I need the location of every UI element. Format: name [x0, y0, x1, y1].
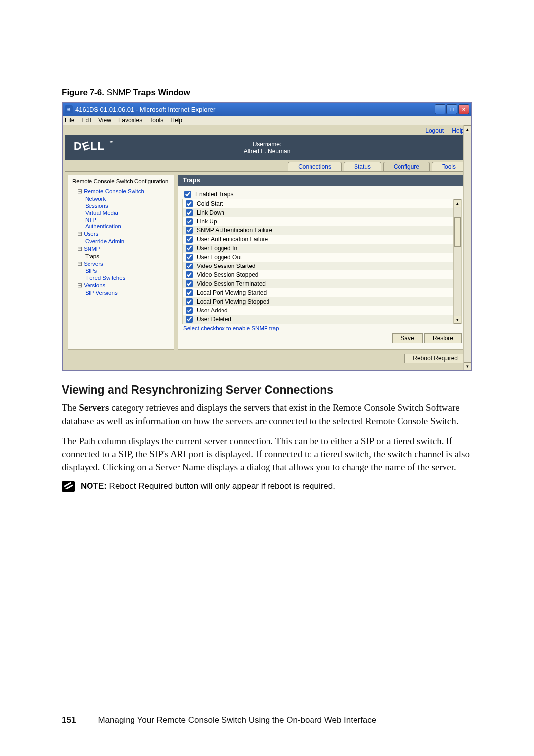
scroll-down-button[interactable]: ▾	[454, 316, 461, 324]
figure-caption: Figure 7-6. SNMP Traps Window	[62, 88, 472, 98]
sidebar-item-servers[interactable]: ⊟ Servers	[72, 260, 171, 267]
sidebar-item-sips[interactable]: SIPs	[72, 267, 171, 274]
sidebar-item-rcs[interactable]: ⊟ Remote Console Switch	[72, 187, 171, 195]
trap-checkbox[interactable]	[186, 316, 193, 323]
minimize-button[interactable]: _	[435, 104, 445, 114]
menu-tools[interactable]: Tools	[149, 117, 163, 124]
sidebar-item-override[interactable]: Override Admin	[72, 238, 171, 245]
banner: D E LL ™ Username: Alfred E. Neuman	[65, 135, 469, 160]
window-title: 4161DS 01.01.06.01 - Microsoft Internet …	[75, 106, 435, 113]
trap-row: User Deleted	[183, 315, 453, 324]
svg-text:™: ™	[109, 140, 114, 145]
trap-checkbox[interactable]	[186, 218, 193, 225]
note: NOTE: Reboot Required button will only a…	[62, 481, 472, 492]
save-button[interactable]: Save	[392, 333, 422, 343]
trap-label: SNMP Authentication Failure	[197, 227, 272, 234]
trap-label: Video Session Terminated	[197, 280, 266, 287]
figure-suffix: Traps Window	[134, 88, 190, 97]
menu-view[interactable]: View	[98, 117, 111, 124]
trap-row: User Added	[183, 306, 453, 315]
trap-row: SNMP Authentication Failure	[183, 226, 453, 235]
trap-checkbox[interactable]	[186, 263, 193, 269]
trap-checkbox[interactable]	[186, 209, 193, 216]
reboot-required-button[interactable]: Reboot Required	[404, 354, 466, 363]
trap-checkbox[interactable]	[186, 307, 193, 314]
chapter-title: Managing Your Remote Console Switch Usin…	[98, 715, 376, 725]
trap-label: Link Down	[197, 209, 224, 216]
paragraph-1: The Servers category retrieves and displ…	[62, 401, 472, 428]
page-content: Logout Help D E LL ™ Username: Alfred E.…	[63, 125, 471, 370]
tab-status[interactable]: Status	[344, 162, 381, 171]
restore-button[interactable]: Restore	[424, 333, 462, 343]
trap-checkbox[interactable]	[186, 271, 193, 278]
trap-row: User Logged Out	[183, 253, 453, 262]
hint-text: Select checkbox to enable SNMP trap	[182, 324, 462, 331]
outer-scroll-up[interactable]: ▴	[464, 125, 471, 133]
footer-separator	[87, 715, 87, 725]
trap-row: Link Down	[183, 208, 453, 217]
trap-checkbox[interactable]	[186, 245, 193, 252]
trap-row: Video Session Started	[183, 262, 453, 270]
sidebar: Remote Console Switch Configuration ⊟ Re…	[68, 175, 174, 350]
menu-favorites[interactable]: Favorites	[118, 117, 142, 124]
outer-scrollbar[interactable]: ▴ ▾	[463, 125, 471, 370]
trap-label: User Added	[197, 307, 228, 314]
trap-checkbox[interactable]	[186, 254, 193, 261]
trap-checkbox[interactable]	[186, 227, 193, 234]
menu-edit[interactable]: Edit	[81, 117, 91, 124]
section-heading: Viewing and Resynchronizing Server Conne…	[62, 383, 472, 397]
page-number: 151	[62, 715, 76, 725]
outer-scroll-down[interactable]: ▾	[464, 362, 471, 370]
sidebar-item-vmedia[interactable]: Virtual Media	[72, 209, 171, 216]
column-header-enabled-traps: Enabled Traps	[195, 191, 233, 198]
logout-link[interactable]: Logout	[425, 127, 444, 134]
help-link[interactable]: Help	[452, 127, 464, 134]
menu-file[interactable]: File	[65, 117, 74, 124]
sidebar-item-snmp[interactable]: ⊟ SNMP	[72, 245, 171, 253]
trap-checkbox[interactable]	[186, 236, 193, 243]
paragraph-2: The Path column displays the current ser…	[62, 435, 472, 474]
note-body: Reboot Required button will only appear …	[107, 481, 335, 490]
trap-label: Local Port Viewing Stopped	[197, 298, 269, 305]
trap-checkbox[interactable]	[186, 298, 193, 305]
trap-row: User Logged In	[183, 244, 453, 253]
trap-label: User Deleted	[197, 316, 231, 323]
tab-configure[interactable]: Configure	[383, 162, 430, 171]
trap-label: Link Up	[197, 218, 217, 225]
content-pane: Traps Enabled Traps Cold StartLink DownL…	[178, 175, 466, 350]
trap-checkbox[interactable]	[186, 280, 193, 287]
note-icon	[62, 481, 75, 492]
trap-label: User Logged Out	[197, 254, 242, 261]
maximize-button[interactable]: □	[446, 104, 457, 114]
sidebar-item-traps[interactable]: Traps	[72, 253, 171, 260]
sidebar-title: Remote Console Switch Configuration	[72, 178, 171, 185]
sidebar-item-network[interactable]: Network	[72, 195, 171, 202]
sidebar-item-ntp[interactable]: NTP	[72, 216, 171, 223]
pane-title: Traps	[178, 175, 466, 186]
trap-label: Local Port Viewing Started	[197, 289, 267, 296]
note-text: NOTE: Reboot Required button will only a…	[81, 481, 335, 491]
sidebar-item-sipver[interactable]: SIP Versions	[72, 289, 171, 296]
trap-checkbox[interactable]	[186, 289, 193, 296]
sidebar-item-versions[interactable]: ⊟ Versions	[72, 281, 171, 289]
scroll-thumb[interactable]	[454, 217, 461, 247]
scrollbar[interactable]: ▴ ▾	[453, 199, 461, 324]
tab-tools[interactable]: Tools	[432, 162, 466, 171]
main-area: Remote Console Switch Configuration ⊟ Re…	[65, 172, 469, 353]
close-button[interactable]: ×	[458, 104, 469, 114]
trap-checkbox[interactable]	[186, 200, 193, 207]
figure-name: SNMP	[107, 88, 131, 97]
sidebar-item-auth[interactable]: Authentication	[72, 223, 171, 230]
note-label: NOTE:	[81, 481, 107, 490]
tab-connections[interactable]: Connections	[288, 162, 342, 171]
trap-row: Video Session Terminated	[183, 279, 453, 288]
menu-help[interactable]: Help	[170, 117, 182, 124]
svg-text:LL: LL	[90, 140, 105, 152]
browser-window: e 4161DS 01.01.06.01 - Microsoft Interne…	[62, 102, 472, 371]
sidebar-item-sessions[interactable]: Sessions	[72, 202, 171, 209]
trap-label: User Authentication Failure	[197, 236, 268, 243]
sidebar-item-tiered[interactable]: Tiered Switches	[72, 274, 171, 281]
sidebar-item-users[interactable]: ⊟ Users	[72, 230, 171, 238]
select-all-checkbox[interactable]	[184, 191, 191, 198]
scroll-up-button[interactable]: ▴	[454, 199, 461, 207]
